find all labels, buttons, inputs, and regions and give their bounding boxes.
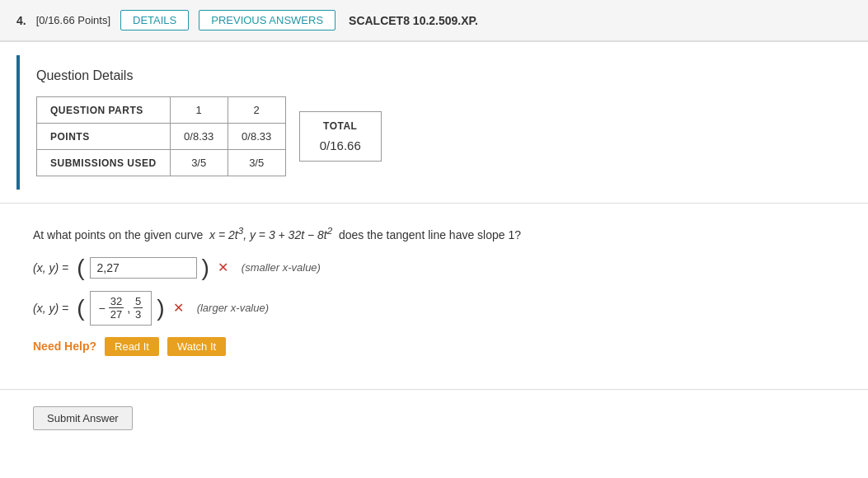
comma: , (127, 302, 130, 315)
watch-it-button[interactable]: Watch It (167, 337, 226, 356)
need-help-label: Need Help? (33, 340, 96, 353)
x-eq: x = 2t3, y = 3 + 32t − 8t2 (209, 228, 332, 241)
answer1-label: (x, y) = (33, 261, 68, 274)
frac2-den: 3 (134, 308, 143, 321)
frac2-num: 5 (134, 295, 143, 309)
answer1-hint: (smaller x-value) (242, 261, 321, 274)
question-body: At what points on the given curve x = 2t… (16, 217, 852, 381)
col1-header: 1 (170, 97, 228, 124)
points-label: [0/16.66 Points] (36, 14, 110, 26)
submissions-label-cell: SUBMISSIONS USED (37, 150, 171, 176)
answer-row-1: (x, y) = ( ) ✕ (smaller x-value) (33, 256, 835, 279)
col2-header: 2 (228, 97, 285, 124)
need-help-row: Need Help? Read It Watch It (33, 337, 835, 356)
total-box: TOTAL 0/16.66 (299, 111, 382, 162)
neg-sign: − (99, 302, 106, 315)
top-bar: 4. [0/16.66 Points] DETAILS PREVIOUS ANS… (0, 0, 868, 41)
submissions-row: SUBMISSIONS USED 3/5 3/5 (37, 150, 286, 176)
submit-answer-button[interactable]: Submit Answer (33, 406, 133, 430)
points-label-cell: POINTS (37, 124, 171, 150)
question-details-section: Question Details QUESTION PARTS 1 2 POIN… (16, 55, 852, 190)
total-label: TOTAL (320, 120, 361, 132)
col2-points: 0/8.33 (228, 124, 285, 150)
table-and-total: QUESTION PARTS 1 2 POINTS 0/8.33 0/8.33 … (36, 96, 835, 176)
close-paren-2: ) (157, 297, 164, 320)
total-value: 0/16.66 (320, 138, 361, 152)
answer-row-2: (x, y) = ( − 32 27 , 5 3 ) ✕ (la (33, 291, 835, 326)
wrong-icon-2: ✕ (173, 300, 184, 316)
answer1-input[interactable] (90, 257, 197, 279)
open-paren-1: ( (77, 256, 84, 279)
question-text: At what points on the given curve x = 2t… (33, 225, 835, 241)
question-number: 4. (16, 14, 26, 27)
answer2-label: (x, y) = (33, 302, 68, 315)
details-table: QUESTION PARTS 1 2 POINTS 0/8.33 0/8.33 … (36, 96, 286, 176)
course-code: SCALCET8 10.2.509.XP. (349, 14, 478, 27)
col-question-parts-header: QUESTION PARTS (37, 97, 171, 124)
col1-points: 0/8.33 (170, 124, 228, 150)
details-button[interactable]: DETAILS (120, 10, 189, 30)
submit-section: Submit Answer (16, 398, 852, 438)
wrong-icon-1: ✕ (218, 260, 228, 275)
frac1-num: 32 (109, 295, 124, 309)
points-row: POINTS 0/8.33 0/8.33 (37, 124, 286, 150)
col2-submissions: 3/5 (228, 150, 285, 176)
fraction-answer-input[interactable]: − 32 27 , 5 3 (90, 291, 152, 326)
question-text-suffix: does the tangent line have slope 1? (339, 228, 521, 241)
col1-submissions: 3/5 (170, 150, 228, 176)
fraction-row: − 32 27 , 5 3 (99, 295, 143, 321)
section-title: Question Details (36, 68, 835, 83)
question-text-prefix: At what points on the given curve (33, 228, 203, 241)
open-paren-2: ( (77, 297, 84, 320)
close-paren-1: ) (202, 256, 209, 279)
previous-answers-button[interactable]: PREVIOUS ANSWERS (199, 10, 335, 30)
read-it-button[interactable]: Read It (105, 337, 159, 356)
fraction-2: 5 3 (134, 295, 143, 321)
answer2-hint: (larger x-value) (197, 302, 269, 314)
frac1-den: 27 (109, 308, 124, 321)
fraction-1: 32 27 (109, 295, 124, 321)
